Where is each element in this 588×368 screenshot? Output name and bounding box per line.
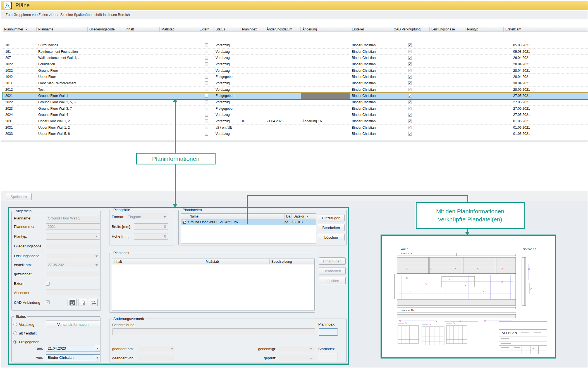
column-header-aenderungsdatum[interactable]: Änderungsdatum — [265, 27, 301, 32]
plan-row-1032[interactable]: 1032Ground FloorVorabzugBinder Christian… — [3, 68, 588, 74]
file-delete-button[interactable]: Löschen — [318, 234, 345, 241]
file-name-column[interactable]: Name — [188, 214, 285, 219]
plan-row-181[interactable]: 181SurroundingsVorabzugBinder Christian✓… — [3, 42, 588, 49]
cad_verknuepfung-checkbox[interactable]: ✓ — [408, 56, 412, 60]
absender-field[interactable] — [46, 290, 100, 296]
status-radio-2[interactable] — [13, 331, 17, 335]
content-inhalt-column[interactable]: Inhalt — [112, 259, 204, 264]
gezeichnet-field[interactable] — [46, 271, 100, 277]
content-edit-button[interactable]: Bearbeiten — [319, 267, 346, 274]
content-massstab-column[interactable]: Maßstab — [204, 259, 270, 264]
column-header-erstellt_am[interactable]: Erstellt am — [504, 27, 540, 32]
freigegeben-am-field[interactable]: 21.04.2023 — [46, 345, 100, 352]
plannummer-field[interactable]: 2021 — [46, 223, 100, 230]
extern-checkbox[interactable] — [205, 107, 208, 110]
column-header-aenderung[interactable]: Änderung — [301, 27, 350, 32]
file-size-column[interactable]: Dateigr▲ — [292, 214, 316, 219]
plan-row-1042[interactable]: 1042Upper FloorFreigegebenBinder Christi… — [3, 74, 588, 80]
column-header-cad_verknuepfung[interactable]: CAD Verknüpfung — [392, 27, 430, 32]
status-radio-3[interactable] — [13, 340, 17, 344]
extern-checkbox[interactable] — [205, 62, 208, 66]
content-beschreibung-column[interactable]: Beschreibung — [270, 259, 314, 264]
content-delete-button[interactable]: Löschen — [319, 277, 346, 284]
hoehe-field[interactable]: 0 — [134, 233, 168, 240]
column-header-massstab[interactable]: Maßstab — [160, 27, 198, 32]
genehmigt-field[interactable]: . . — [279, 346, 314, 352]
status-radio-1[interactable] — [13, 323, 17, 326]
extern-checkbox[interactable] — [205, 43, 208, 47]
geaendert-von-field[interactable] — [140, 355, 175, 361]
extern-checkbox[interactable] — [205, 120, 208, 123]
plan-file-row[interactable]: Ground Floor Wall 1_Pl_2021_Idx_pd158 KB — [181, 219, 316, 225]
versandinformation-button[interactable]: Versandinformation — [46, 321, 100, 328]
cad_verknuepfung-checkbox[interactable]: ✓ — [408, 69, 412, 72]
date-dropdown-icon[interactable] — [95, 345, 100, 352]
cad_verknuepfung-checkbox[interactable]: ✓ — [408, 81, 412, 85]
column-header-status[interactable]: Status — [214, 27, 240, 32]
file-icon-column[interactable] — [181, 214, 188, 219]
column-header-planindex[interactable]: Planindex — [240, 27, 265, 32]
extern-checkbox[interactable] — [205, 94, 208, 98]
plan-row-2031[interactable]: 2031Upper Floor Wall 1, 2alt / entfälltB… — [3, 125, 588, 131]
pdf-export-button[interactable] — [68, 299, 77, 306]
column-header-gliederungscode[interactable]: Gliederungscode — [88, 27, 124, 32]
extern-checkbox[interactable] — [46, 282, 50, 286]
file-add-button[interactable]: Hinzufügen — [318, 214, 345, 221]
plan-row-2012[interactable]: 2012TestVorabzugBinder Christian✓28.05.2… — [3, 87, 588, 93]
file-settings-button[interactable] — [78, 299, 87, 306]
planindex-field[interactable] — [319, 328, 338, 336]
extern-checkbox[interactable] — [205, 132, 208, 136]
plantyp-select[interactable] — [46, 233, 100, 240]
plan-row-2022[interactable]: 2022Ground Floor Wall 2, 5, 6VorabzugBin… — [3, 99, 588, 106]
gliederungscode-field[interactable] — [46, 243, 100, 249]
plan-row-2023[interactable]: 2023Ground Floor Wall 3, 7FreigegebenBin… — [3, 106, 588, 112]
leistungsphase-select[interactable] — [46, 253, 100, 259]
plan-row-2021[interactable]: 2021Ground Floor Wall 1FreigegebenBinder… — [3, 93, 588, 99]
plan-row-207[interactable]: 207Wall reinforcement Wall 1, .VorabzugB… — [3, 55, 588, 61]
cad_verknuepfung-checkbox[interactable]: ✓ — [408, 120, 412, 123]
geaendert-am-field[interactable]: . . — [140, 346, 175, 352]
column-header-filler[interactable] — [540, 27, 588, 32]
extern-checkbox[interactable] — [205, 69, 208, 72]
linked-plan-file-preview[interactable]: Wall 1 Scale = 1:25 Section 1a Section 1… — [381, 235, 556, 359]
cad-anbindung-checkbox[interactable]: ✓ — [46, 300, 50, 304]
plan-row-1022[interactable]: 1022FoundationVorabzugBinder Christian✓2… — [3, 61, 588, 68]
extern-checkbox[interactable] — [205, 81, 208, 85]
column-header-planname[interactable]: Planname — [37, 27, 88, 32]
planname-field[interactable]: Ground Floor Wall 1 — [46, 215, 100, 221]
plan-row-191[interactable]: 191Reinforcement FoundationVorabzugBinde… — [3, 49, 588, 55]
extern-checkbox[interactable] — [205, 113, 208, 117]
cad_verknuepfung-checkbox[interactable]: ✓ — [408, 107, 412, 110]
erstellt-am-field[interactable]: 27.05.2021 — [46, 262, 100, 268]
column-header-ersteller[interactable]: Ersteller — [350, 27, 392, 32]
column-header-plannummer[interactable]: Plannummer▲ — [3, 27, 37, 32]
cad_verknuepfung-checkbox[interactable]: ✓ — [408, 75, 412, 79]
cad_verknuepfung-checkbox[interactable]: ✓ — [408, 88, 412, 91]
plan-row-2031[interactable]: 2031Upper Floor Wall 1, 2Vorabzug0121.04… — [3, 118, 588, 125]
cad_verknuepfung-checkbox[interactable]: ✓ — [408, 132, 412, 136]
cad_verknuepfung-checkbox[interactable]: ✓ — [408, 113, 412, 117]
format-select[interactable]: Eingabe — [126, 214, 168, 220]
extern-checkbox[interactable] — [205, 126, 208, 129]
cad_verknuepfung-checkbox[interactable]: ✓ — [408, 62, 412, 66]
cad_verknuepfung-checkbox[interactable]: ✓ — [408, 50, 412, 53]
cad_verknuepfung-checkbox[interactable]: ✓ — [408, 94, 412, 98]
file-type-column[interactable]: Da — [285, 214, 292, 219]
plan-row-2033[interactable]: 2033Upper Floor Wall 5, 6VorabzugBinder … — [3, 131, 588, 137]
geprueft-field[interactable]: . . — [279, 355, 314, 361]
extern-checkbox[interactable] — [205, 56, 208, 60]
freigegeben-von-field[interactable]: Binder Christian — [46, 354, 100, 361]
file-edit-button[interactable]: Bearbeiten — [318, 224, 345, 231]
user-dropdown-icon[interactable] — [95, 355, 100, 361]
cad_verknuepfung-checkbox[interactable]: ✓ — [408, 43, 412, 47]
column-header-extern[interactable]: Extern — [198, 27, 214, 32]
column-header-plantyp[interactable]: Plantyp — [465, 27, 504, 32]
splitter[interactable] — [1, 140, 588, 142]
content-add-button[interactable]: Hinzufügen — [319, 257, 346, 265]
save-button[interactable]: Speichern — [6, 193, 32, 200]
column-header-inhalt[interactable]: Inhalt — [124, 27, 160, 32]
plan-row-2024[interactable]: 2024Ground Floor Wall 4VorabzugBinder Ch… — [3, 112, 588, 118]
group-by-area[interactable]: Zum Gruppieren von Zeilen ziehen Sie ein… — [1, 11, 588, 19]
extern-checkbox[interactable] — [205, 75, 208, 79]
plan-row-2011[interactable]: 2011Floor Slab ReinforcementVorabzugBind… — [3, 80, 588, 87]
